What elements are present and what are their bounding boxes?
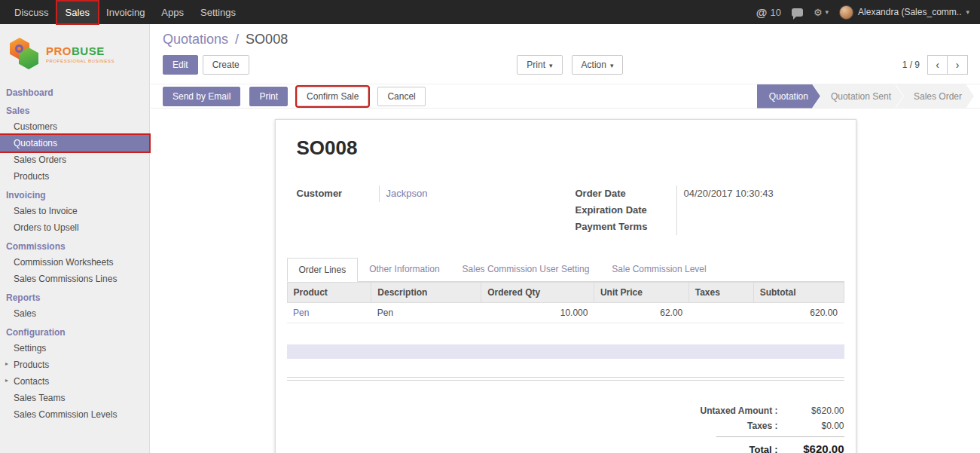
sidebar-item-commission-worksheets[interactable]: Commission Worksheets [0,254,149,271]
breadcrumb-separator: / [235,32,239,47]
statusbar: Send by Email Print Confirm Sale Cancel … [151,84,980,109]
order-date-value: 04/20/2017 10:30:43 [676,185,844,202]
messages-indicator[interactable]: @ 10 [756,6,781,19]
sidebar-item-commissions-section[interactable]: Commissions [0,238,149,254]
top-navbar: Discuss Sales Invoicing Apps Settings @ … [0,0,980,24]
field-groups: Customer Jackpson Order Date 04/20/2017 … [287,185,844,235]
totals-block: Untaxed Amount : $620.00 Taxes : $0.00 T… [641,403,844,453]
sidebar-item-contacts[interactable]: ▸ Contacts [0,373,149,390]
control-panel: Quotations / SO008 Edit Create Print▾ Ac… [151,24,980,84]
nav-apps[interactable]: Apps [153,2,192,23]
sidebar-item-label: Contacts [14,376,49,387]
document-sheet: SO008 Customer Jackpson Order Date 04/20… [275,119,856,453]
app-logo[interactable]: PROBUSE PROFESSIONAL BUSINESS [0,24,149,81]
payment-terms-value [676,219,844,235]
table-row[interactable]: Pen Pen 10.000 62.00 620.00 [287,303,844,323]
sidebar-item-sales-section[interactable]: Sales [0,103,149,118]
section-separator [287,377,844,381]
sidebar-item-invoicing-section[interactable]: Invoicing [0,187,149,203]
expand-caret-icon[interactable]: ▸ [5,360,8,367]
notebook-tabs: Order Lines Other Information Sales Comm… [287,258,844,282]
sidebar-item-config-products[interactable]: ▸ Products [0,357,149,373]
col-subtotal: Subtotal [753,283,844,303]
breadcrumb: Quotations / SO008 [163,32,968,47]
tab-sales-commission-user-setting[interactable]: Sales Commission User Setting [451,258,601,282]
untaxed-amount-value: $620.00 [778,406,844,416]
edit-button[interactable]: Edit [163,55,198,75]
sidebar-item-sales-teams[interactable]: Sales Teams [0,390,149,406]
expand-caret-icon[interactable]: ▸ [5,377,8,384]
sidebar-item-settings[interactable]: Settings [0,340,149,357]
nav-sales[interactable]: Sales [57,2,99,23]
tab-order-lines[interactable]: Order Lines [287,258,359,282]
pager: 1 / 9 ‹ › [902,55,968,75]
nav-invoicing[interactable]: Invoicing [98,2,153,23]
avatar [839,5,853,20]
messages-count: 10 [770,7,780,18]
user-menu[interactable]: Alexandra (Sales_comm.. ▾ [839,5,969,20]
send-by-email-button[interactable]: Send by Email [163,87,240,106]
total-value: $620.00 [778,442,844,453]
untaxed-amount-row: Untaxed Amount : $620.00 [641,403,844,418]
nav-discuss[interactable]: Discuss [6,2,57,23]
untaxed-amount-label: Untaxed Amount : [701,406,778,416]
sidebar-item-sales-to-invoice[interactable]: Sales to Invoice [0,203,149,219]
print-button[interactable]: Print [249,87,288,106]
empty-order-line-row[interactable] [287,344,844,359]
form-view: SO008 Customer Jackpson Order Date 04/20… [151,109,980,453]
status-step-sales-order[interactable]: Sales Order [896,84,974,109]
field-group-right: Order Date 04/20/2017 10:30:43 Expiratio… [566,185,844,235]
cell-subtotal: 620.00 [753,303,844,323]
total-separator [716,436,844,437]
cell-taxes [688,303,753,323]
next-page-button[interactable]: › [948,55,968,75]
pager-value: 1 / 9 [902,60,920,70]
sidebar-item-label: Products [14,360,49,370]
chevron-down-icon: ▾ [966,8,969,16]
debug-menu[interactable]: ⚙ ▾ [814,7,829,18]
sidebar-item-customers[interactable]: Customers [0,118,149,135]
debug-icon: ⚙ [814,7,823,18]
confirm-sale-button[interactable]: Confirm Sale [297,87,368,106]
control-panel-buttons: Edit Create Print▾ Action▾ 1 / 9 ‹ › [163,55,968,75]
sidebar-item-reports-sales[interactable]: Sales [0,305,149,322]
tab-other-information[interactable]: Other Information [358,258,450,282]
chevron-down-icon: ▾ [610,62,614,69]
sidebar-item-orders-to-upsell[interactable]: Orders to Upsell [0,219,149,236]
sidebar-item-sales-commissions-lines[interactable]: Sales Commissions Lines [0,271,149,287]
payment-terms-field: Payment Terms [575,219,844,235]
chat-icon [792,8,803,17]
action-dropdowns: Print▾ Action▾ [517,55,623,75]
breadcrumb-quotations-link[interactable]: Quotations [163,32,228,47]
sidebar-item-sales-orders[interactable]: Sales Orders [0,152,149,168]
sidebar-item-reports-section[interactable]: Reports [0,289,149,305]
cancel-button[interactable]: Cancel [377,87,425,106]
sidebar-item-sales-commission-levels[interactable]: Sales Commission Levels [0,406,149,423]
sidebar-menu: Dashboard Sales Customers Quotations Sal… [0,84,149,423]
total-label: Total : [749,444,777,453]
create-button[interactable]: Create [203,55,249,75]
action-dropdown[interactable]: Action▾ [572,55,624,75]
expiration-date-value [676,202,844,219]
chat-button[interactable] [792,8,803,17]
tab-sale-commission-level[interactable]: Sale Commission Level [600,258,717,282]
sidebar-item-quotations[interactable]: Quotations [0,135,149,152]
nav-settings[interactable]: Settings [192,2,244,23]
probuse-logo-icon [9,36,41,71]
customer-value[interactable]: Jackpson [379,185,566,202]
table-header-row: Product Description Ordered Qty Unit Pri… [287,283,844,303]
order-date-label: Order Date [575,185,676,202]
status-steps: Quotation Quotation Sent Sales Order [757,84,974,109]
chevron-down-icon: ▾ [549,62,553,69]
sidebar-item-dashboard[interactable]: Dashboard [0,84,149,100]
expiration-date-field: Expiration Date [575,202,844,219]
cell-ordered-qty: 10.000 [481,303,594,323]
sidebar-item-products[interactable]: Products [0,168,149,185]
at-icon: @ [756,6,768,19]
sidebar-item-configuration-section[interactable]: Configuration [0,324,149,340]
previous-page-button[interactable]: ‹ [927,55,948,75]
status-step-quotation-sent[interactable]: Quotation Sent [813,84,903,109]
print-dropdown[interactable]: Print▾ [517,55,562,75]
cell-description: Pen [371,303,481,323]
status-step-quotation[interactable]: Quotation [757,84,820,109]
